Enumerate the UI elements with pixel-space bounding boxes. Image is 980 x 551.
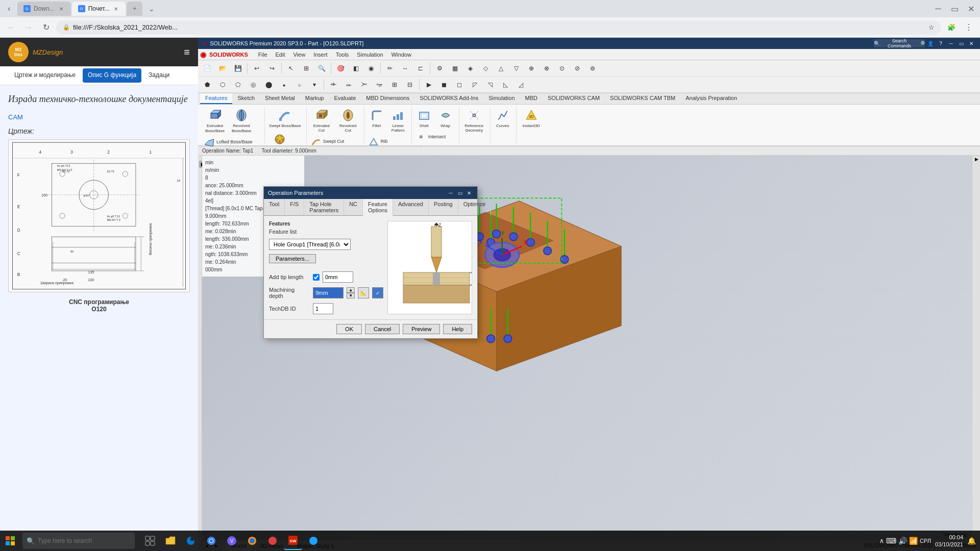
dialog-close[interactable]: ✕ xyxy=(465,189,473,196)
dialog-titlebar[interactable]: Operation Parameters ─ ▭ ✕ xyxy=(264,187,477,199)
nav-tab-tasks[interactable]: Задаци xyxy=(142,66,176,85)
tb2-7[interactable]: ⬦ xyxy=(292,78,306,92)
menu-insert[interactable]: Insert xyxy=(309,51,332,59)
tb-extra1[interactable]: ⚙ xyxy=(432,61,447,76)
dialog-tab-feature-options[interactable]: Feature Options xyxy=(363,199,393,216)
techdb-input[interactable] xyxy=(313,303,333,314)
tb2-13[interactable]: ⊞ xyxy=(387,78,402,92)
tb-dimension[interactable]: ↔ xyxy=(398,61,412,76)
ribbon-tab-features[interactable]: Features xyxy=(200,93,232,104)
star-icon[interactable]: ☆ xyxy=(928,23,935,31)
help-button[interactable]: Help xyxy=(443,324,472,334)
tb2-20[interactable]: ◺ xyxy=(498,78,512,92)
sw-close[interactable]: ✕ xyxy=(967,39,976,47)
dialog-tab-nc[interactable]: NC xyxy=(344,199,363,215)
ribbon-tab-sw-cam[interactable]: SOLIDWORKS CAM xyxy=(543,93,605,104)
volume-icon[interactable]: 🔊 xyxy=(898,537,907,545)
tb-extra5[interactable]: △ xyxy=(494,61,508,76)
tb-extra3[interactable]: ◈ xyxy=(463,61,477,76)
nav-tab-drawing[interactable]: Цртеж и моделирање xyxy=(8,66,82,85)
taskbar-app-1[interactable] xyxy=(263,532,282,550)
menu-tools[interactable]: Tools xyxy=(332,51,353,59)
taskbar-task-view[interactable] xyxy=(141,532,159,550)
sw-help-btn[interactable]: ? xyxy=(936,39,945,47)
ribbon-tab-sw-addins[interactable]: SOLIDWORKS Add-Ins xyxy=(414,93,483,104)
ribbon-tab-analysis[interactable]: Analysis Preparation xyxy=(680,93,742,104)
taskbar-search[interactable]: 🔍 xyxy=(22,533,135,549)
tb2-18[interactable]: ◸ xyxy=(468,78,482,92)
tb2-5[interactable]: ⬤ xyxy=(261,78,276,92)
ribbon-revolved-cut[interactable]: RevolvedCut xyxy=(335,107,361,134)
lang-indicator[interactable]: СРЛ xyxy=(920,538,931,544)
ribbon-reference-geometry[interactable]: ReferenceGeometry xyxy=(461,107,487,134)
ribbon-extruded-boss[interactable]: ExtrudedBoss/Base xyxy=(202,107,228,135)
tb2-14[interactable]: ⊟ xyxy=(403,78,417,92)
tb-sketch[interactable]: ✏ xyxy=(383,61,397,76)
ribbon-instant3d[interactable]: 3D Instant3D xyxy=(519,107,544,130)
tb-extra10[interactable]: ⊘ xyxy=(570,61,584,76)
menu-edit[interactable]: Edit xyxy=(272,51,289,59)
ribbon-tab-mbd-dimensions[interactable]: MBD Dimensions xyxy=(361,93,414,104)
restore-browser[interactable]: ▭ xyxy=(947,2,962,16)
dialog-tab-optimize[interactable]: Optimize xyxy=(458,199,491,215)
new-tab-button[interactable]: + xyxy=(127,2,142,16)
tb-new[interactable]: 📄 xyxy=(200,61,214,76)
close-browser[interactable]: ✕ xyxy=(964,2,978,16)
sw-3d-viewport[interactable]: min m/min 8 ance: 25.000mm nal distance:… xyxy=(202,156,972,540)
ribbon-wrap[interactable]: Wrap xyxy=(435,107,456,130)
menu-window[interactable]: Window xyxy=(387,51,415,59)
menu-simulation[interactable]: Simulation xyxy=(353,51,387,59)
ribbon-tab-sw-cam-tbm[interactable]: SOLIDWORKS CAM TBM xyxy=(605,93,680,104)
taskbar-search-input[interactable] xyxy=(38,537,125,544)
address-input[interactable] xyxy=(73,23,925,31)
dialog-tab-tap[interactable]: Tap Hole Parameters xyxy=(304,199,344,215)
tb-extra6[interactable]: ▽ xyxy=(509,61,523,76)
nav-back[interactable]: ← xyxy=(4,20,18,35)
tb2-15[interactable]: ▶ xyxy=(422,78,436,92)
taskbar-viber[interactable]: V xyxy=(223,532,241,550)
add-tip-checkbox[interactable] xyxy=(313,274,320,281)
stepper-up[interactable]: ▲ xyxy=(347,287,355,293)
tb-save[interactable]: 💾 xyxy=(231,61,245,76)
menu-view[interactable]: View xyxy=(289,51,309,59)
feature-list-select[interactable]: Hole Group1 [Thread] [6.0x1.0 MC Ta xyxy=(269,239,351,250)
tb2-17[interactable]: ◻ xyxy=(452,78,467,92)
sw-minimize[interactable]: ─ xyxy=(946,39,955,47)
dialog-tab-advanced[interactable]: Advanced xyxy=(393,199,429,215)
tb2-3[interactable]: ⬠ xyxy=(231,78,245,92)
extensions-btn[interactable]: 🧩 xyxy=(944,20,959,35)
tb-display[interactable]: ◉ xyxy=(364,61,378,76)
tb2-19[interactable]: ◹ xyxy=(483,78,497,92)
tb2-6[interactable]: ⬥ xyxy=(277,78,291,92)
tb-section-view[interactable]: ◧ xyxy=(349,61,363,76)
ribbon-shell[interactable]: Shell xyxy=(414,107,434,130)
browser-tab-1[interactable]: D Down... ✕ xyxy=(17,2,71,16)
taskbar-edge[interactable] xyxy=(182,532,200,550)
network-icon[interactable]: 📶 xyxy=(909,537,918,545)
start-button[interactable] xyxy=(0,531,20,551)
ribbon-tab-markup[interactable]: Markup xyxy=(300,93,329,104)
taskbar-file-explorer[interactable] xyxy=(161,532,180,550)
tb2-12[interactable]: ⭂ xyxy=(372,78,386,92)
dialog-tab-fs[interactable]: F/S xyxy=(285,199,304,215)
tb-undo[interactable]: ↩ xyxy=(250,61,264,76)
tb-extra8[interactable]: ⊗ xyxy=(540,61,554,76)
tb2-21[interactable]: ◿ xyxy=(513,78,528,92)
hamburger-menu[interactable]: ≡ xyxy=(184,46,190,58)
stepper-down[interactable]: ▼ xyxy=(347,293,355,298)
tb2-2[interactable]: ⬡ xyxy=(215,78,230,92)
ok-button[interactable]: OK xyxy=(336,324,362,334)
tb-relations[interactable]: ⊏ xyxy=(413,61,428,76)
tb2-11[interactable]: ⭃ xyxy=(357,78,371,92)
tb2-16[interactable]: ◼ xyxy=(437,78,451,92)
taskbar-firefox[interactable] xyxy=(243,532,261,550)
tb-extra4[interactable]: ◇ xyxy=(478,61,493,76)
right-icon-1[interactable]: ▶ xyxy=(973,157,979,162)
ribbon-extruded-cut[interactable]: ExtrudedCut xyxy=(309,107,334,134)
tb-extra9[interactable]: ⊙ xyxy=(555,61,569,76)
ribbon-swept-cut[interactable]: Swept Cut xyxy=(309,135,347,147)
menu-file[interactable]: File xyxy=(254,51,272,59)
depth-confirm-btn[interactable]: ✓ xyxy=(372,287,383,298)
dialog-tab-tool[interactable]: Tool xyxy=(264,199,285,215)
sw-user-icon[interactable]: 👤 xyxy=(926,39,935,47)
